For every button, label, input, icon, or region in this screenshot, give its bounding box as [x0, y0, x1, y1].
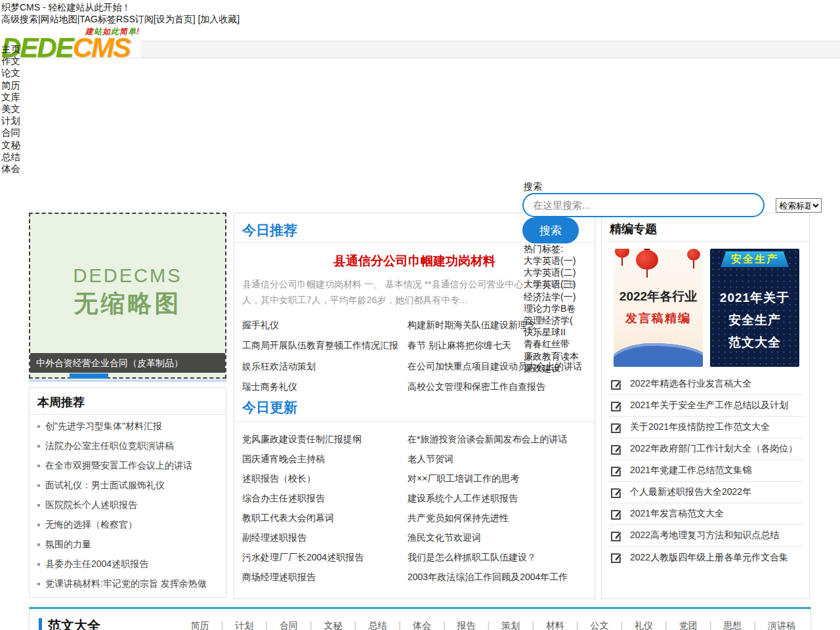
nav-item[interactable]: 合同	[1, 127, 20, 138]
edit-icon	[611, 552, 622, 563]
edit-icon	[611, 422, 622, 433]
hot-tag-link[interactable]: 廉政建设	[524, 363, 579, 375]
article-link-row: 瑞士商务礼仪高校公文管理和保密工作自查报告	[242, 377, 589, 398]
article-link[interactable]: 我们是怎么样抓职工队伍建设？	[408, 552, 589, 564]
article-link[interactable]: 在*旅游投资洽谈会新闻发布会上的讲话	[408, 434, 589, 446]
footer-category-link[interactable]: 报告	[452, 620, 496, 630]
article-link[interactable]: 2003年政法综治工作回顾及2004年工作	[408, 572, 589, 583]
week-recommend-item[interactable]: 无悔的选择（检察官）	[37, 515, 220, 535]
hot-tag-link[interactable]: 大学英语(二)	[524, 267, 579, 279]
article-link[interactable]: 瑞士商务礼仪	[242, 381, 408, 393]
article-link[interactable]: 污水处理厂厂长2004述职报告	[242, 552, 408, 564]
nav-item[interactable]: 美文	[1, 103, 20, 115]
article-link[interactable]: 述职报告（校长）	[242, 473, 408, 485]
hot-tag-link[interactable]: 大学英语(一)	[524, 255, 579, 267]
week-recommend-item[interactable]: 创"先进学习型集体"材料汇报	[37, 417, 220, 436]
special-topic-item[interactable]: 2022高考地理复习方法和知识点总结	[610, 525, 803, 547]
nav-item[interactable]: 计划	[1, 115, 20, 127]
article-link[interactable]: 综合办主任述职报告	[242, 493, 408, 505]
article-link[interactable]: 工商局开展队伍教育整顿工作情况汇报	[242, 340, 408, 352]
special-topic-item[interactable]: 2021年发言稿范文大全	[610, 503, 803, 525]
article-link-row: 副经理述职报告渔民文化节欢迎词	[242, 528, 589, 548]
article-link[interactable]: 教职工代表大会闭幕词	[242, 513, 408, 524]
site-logo[interactable]: 建站如此简单! DEDECMS	[0, 26, 141, 58]
article-link[interactable]: 共产党员如何保持先进性	[408, 513, 589, 524]
special-topic-item[interactable]: 2021年关于安全生产工作总结以及计划	[610, 395, 803, 417]
week-recommend-item[interactable]: 氛围的力量	[37, 535, 220, 555]
article-link[interactable]: 握手礼仪	[242, 320, 408, 331]
article-link[interactable]: 渔民文化节欢迎词	[408, 532, 589, 544]
search-scope-select[interactable]: 检索标题	[776, 198, 822, 213]
week-recommend-item[interactable]: 在全市双拥暨安置工作会议上的讲话	[37, 456, 220, 476]
today-update-title: 今日更新	[242, 398, 297, 417]
nav-item[interactable]: 简历	[1, 79, 20, 91]
footer-category-link[interactable]: 合同	[274, 620, 318, 630]
search-button[interactable]: 搜索	[522, 217, 579, 243]
footer-category-link[interactable]: 党团	[673, 620, 718, 630]
hot-tag-link[interactable]: 大学英语(三)	[524, 279, 579, 291]
nav-item[interactable]: 文库	[1, 91, 20, 103]
week-recommend-item[interactable]: 县委办主任2004述职报告	[37, 555, 220, 574]
week-recommend-item[interactable]: 法院办公室主任职位竞职演讲稿	[37, 436, 220, 456]
article-link[interactable]: 老人节贺词	[408, 453, 589, 465]
article-link[interactable]: 建设系统个人工作述职报告	[408, 493, 589, 505]
special-topic-item[interactable]: 2022年政府部门工作计划大全（各岗位）	[610, 438, 803, 460]
footer-category-panel: 范文大全 简历计划合同文秘总结体会报告策划材料公文礼仪党团思想演讲稿	[29, 607, 811, 630]
special-topic-label: 2022年政府部门工作计划大全（各岗位）	[630, 443, 797, 455]
footer-category-link[interactable]: 演讲稿	[762, 620, 801, 630]
article-link[interactable]: 副经理述职报告	[242, 532, 408, 544]
nav-item[interactable]: 总结	[1, 151, 20, 163]
article-link[interactable]: 商场经理述职报告	[242, 572, 408, 583]
hot-tag-link[interactable]: 廉政教育读本	[524, 351, 579, 363]
hot-tag-link[interactable]: 经济法学(一)	[524, 291, 579, 303]
article-link[interactable]: 党风廉政建设责任制汇报提纲	[242, 434, 408, 446]
footer-category-link[interactable]: 总结	[362, 620, 407, 630]
week-recommend-item[interactable]: 医院院长个人述职报告	[37, 495, 220, 515]
footer-category-link[interactable]: 文秘	[318, 620, 363, 630]
footer-category-link[interactable]: 简历	[185, 620, 230, 630]
edit-icon	[611, 465, 622, 476]
hot-tag-link[interactable]: 理论力学B卷	[524, 303, 579, 315]
special-topic-item[interactable]: 2022年精选各行业发言稿大全	[610, 373, 803, 395]
edit-icon	[611, 444, 622, 455]
nav-item[interactable]: 体会	[1, 163, 20, 175]
nav-item[interactable]: 文秘	[1, 139, 20, 151]
footer-category-link[interactable]: 材料	[540, 620, 585, 630]
nav-item[interactable]: 论文	[1, 67, 20, 79]
nav-item[interactable]: 作文	[1, 55, 20, 67]
today-update-list: 党风廉政建设责任制汇报提纲在*旅游投资洽谈会新闻发布会上的讲话国庆通宵晚会主持稿…	[242, 430, 589, 587]
footer-category-link[interactable]: 策划	[495, 620, 540, 630]
article-link[interactable]: 娱乐狂欢活动策划	[242, 361, 408, 373]
article-link[interactable]: 国庆通宵晚会主持稿	[242, 453, 408, 465]
article-link[interactable]: 对××厂职工培训工作的思考	[408, 473, 589, 485]
hot-tag-link[interactable]: 管理经济学(	[524, 315, 579, 327]
special-topic-item[interactable]: 2022人教版四年级上册各单元作文合集	[610, 547, 803, 568]
top-utility-links[interactable]: 高级搜索|网站地图|TAG标签RSS订阅[设为首页] [加入收藏]	[1, 14, 240, 26]
special-topic-item[interactable]: 关于2021年疫情防控工作范文大全	[610, 417, 803, 438]
search-input[interactable]	[522, 193, 765, 217]
special-topic-label: 2021年关于安全生产工作总结以及计划	[630, 400, 788, 411]
promo-card-speeches-2022[interactable]: 2022年各行业 发言稿精编	[614, 249, 703, 367]
week-recommend-title: 本周推荐	[37, 394, 85, 410]
footer-category-links: 简历计划合同文秘总结体会报告策划材料公文礼仪党团思想演讲稿	[185, 620, 801, 630]
carousel-indicator-active[interactable]	[70, 373, 108, 379]
featured-carousel[interactable]: DEDECMS 无缩略图 中外合资经营企业合同（皮革制品）	[29, 213, 226, 379]
divider	[30, 414, 226, 415]
carousel-caption-link[interactable]: 中外合资经营企业合同（皮革制品）	[30, 353, 225, 373]
divider	[234, 421, 595, 422]
footer-category-link[interactable]: 计划	[229, 620, 274, 630]
week-recommend-item[interactable]: 党课讲稿材料:牢记党的宗旨 发挥余热做	[37, 574, 220, 594]
special-topic-item[interactable]: 2021年党建工作总结范文集锦	[610, 460, 803, 482]
carousel-indicator-track	[29, 379, 226, 382]
hot-tag-link[interactable]: 快乐星球II	[524, 327, 579, 339]
footer-category-link[interactable]: 思想	[717, 620, 762, 630]
promo-card-safety-2021[interactable]: 安全生产 2021年关于 安全生产 范文大全	[710, 249, 799, 367]
special-topic-item[interactable]: 个人最新述职报告大全2022年	[610, 482, 803, 503]
footer-category-link[interactable]: 公文	[584, 620, 629, 630]
footer-category-link[interactable]: 礼仪	[629, 620, 673, 630]
week-recommend-item[interactable]: 面试礼仪：男士面试服饰礼仪	[37, 476, 220, 495]
nav-item[interactable]: 主页	[1, 43, 20, 55]
footer-category-link[interactable]: 体会	[407, 620, 452, 630]
hot-tag-link[interactable]: 青春红丝带	[524, 339, 579, 350]
article-link[interactable]: 高校公文管理和保密工作自查报告	[408, 381, 589, 393]
